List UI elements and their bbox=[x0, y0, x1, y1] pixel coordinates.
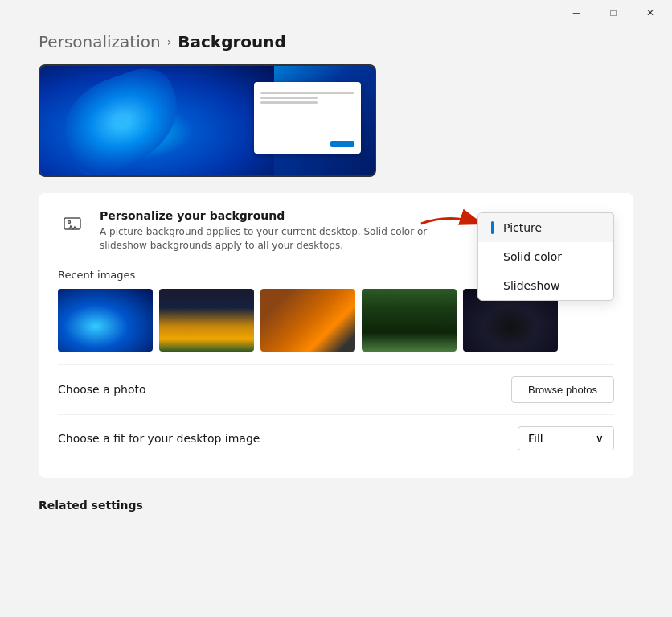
dropdown-option-picture[interactable]: Picture bbox=[478, 213, 613, 242]
preview-line-1 bbox=[260, 92, 354, 94]
related-settings-title: Related settings bbox=[39, 499, 143, 512]
recent-image-2[interactable] bbox=[159, 289, 254, 352]
minimize-button[interactable]: ─ bbox=[558, 0, 595, 26]
breadcrumb-current: Background bbox=[178, 32, 286, 51]
related-settings-section: Related settings bbox=[39, 484, 633, 512]
choose-photo-row: Choose a photo Browse photos bbox=[58, 364, 614, 414]
picture-option-label: Picture bbox=[503, 221, 542, 234]
preview-window-lines bbox=[260, 92, 354, 104]
breadcrumb-parent[interactable]: Personalization bbox=[39, 32, 161, 51]
background-type-dropdown-menu[interactable]: Picture Solid color Slideshow bbox=[477, 212, 614, 301]
dropdown-option-slideshow[interactable]: Slideshow bbox=[478, 271, 613, 300]
choose-fit-label: Choose a fit for your desktop image bbox=[58, 432, 260, 445]
bg-personalize-row: Personalize your background A picture ba… bbox=[58, 209, 614, 253]
recent-image-4[interactable] bbox=[362, 289, 457, 352]
bg-title: Personalize your background bbox=[100, 209, 439, 222]
fit-value: Fill bbox=[528, 432, 543, 445]
breadcrumb: Personalization › Background bbox=[39, 32, 633, 51]
settings-card: Personalize your background A picture ba… bbox=[39, 193, 633, 478]
solid-color-option-label: Solid color bbox=[503, 250, 562, 263]
bg-description: A picture background applies to your cur… bbox=[100, 225, 439, 253]
dropdown-option-solid-color[interactable]: Solid color bbox=[478, 242, 613, 271]
background-icon bbox=[58, 211, 87, 240]
fit-dropdown[interactable]: Fill ∨ bbox=[518, 426, 614, 450]
preview-window bbox=[254, 82, 361, 153]
slideshow-option-label: Slideshow bbox=[503, 279, 559, 292]
preview-line-2 bbox=[260, 97, 317, 99]
recent-image-3[interactable] bbox=[260, 289, 355, 352]
fit-chevron-icon: ∨ bbox=[596, 432, 604, 445]
preview-window-button bbox=[330, 141, 354, 147]
choose-photo-label: Choose a photo bbox=[58, 383, 146, 396]
preview-wallpaper bbox=[40, 66, 274, 175]
title-bar: ─ □ ✕ bbox=[0, 0, 672, 26]
preview-line-3 bbox=[260, 101, 317, 104]
browse-photos-button[interactable]: Browse photos bbox=[511, 376, 614, 403]
breadcrumb-chevron: › bbox=[167, 35, 172, 48]
choose-fit-row: Choose a fit for your desktop image Fill… bbox=[58, 414, 614, 462]
bg-text-block: Personalize your background A picture ba… bbox=[100, 209, 439, 253]
preview-flower bbox=[52, 64, 192, 177]
svg-point-1 bbox=[68, 221, 71, 224]
recent-image-1[interactable] bbox=[58, 289, 153, 352]
selected-indicator bbox=[491, 221, 494, 234]
desktop-preview bbox=[39, 64, 376, 177]
close-button[interactable]: ✕ bbox=[632, 0, 669, 26]
maximize-button[interactable]: □ bbox=[595, 0, 632, 26]
